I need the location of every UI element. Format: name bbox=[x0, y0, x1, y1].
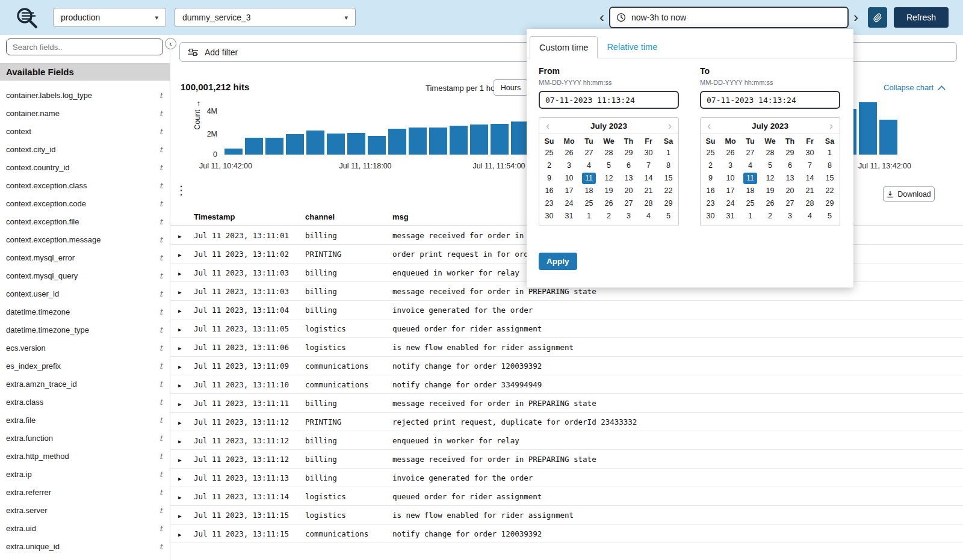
service-select[interactable]: dummy_service_3 ▾ bbox=[175, 8, 356, 27]
time-shift-back-button[interactable]: ‹ bbox=[598, 10, 606, 25]
expand-row-icon[interactable]: ▶ bbox=[170, 438, 181, 445]
calendar-day[interactable]: 11 bbox=[740, 173, 760, 185]
calendar-day[interactable]: 13 bbox=[619, 173, 639, 185]
calendar-day[interactable]: 25 bbox=[740, 198, 760, 211]
calendar-day[interactable]: 29 bbox=[820, 198, 840, 211]
sidebar-field-item[interactable]: extra.ipt bbox=[0, 465, 170, 483]
calendar-day[interactable]: 9 bbox=[701, 173, 720, 185]
histogram-bar[interactable] bbox=[409, 128, 427, 155]
sidebar-field-item[interactable]: context.city_idt bbox=[0, 140, 170, 158]
expand-row-icon[interactable]: ▶ bbox=[170, 308, 181, 314]
histogram-bar[interactable] bbox=[306, 131, 324, 155]
calendar-day[interactable]: 20 bbox=[619, 185, 639, 198]
calendar-day[interactable]: 26 bbox=[720, 147, 740, 160]
expand-row-icon[interactable]: ▶ bbox=[170, 532, 181, 538]
calendar-day[interactable]: 8 bbox=[820, 160, 840, 173]
calendar-day[interactable]: 16 bbox=[539, 185, 559, 198]
environment-select[interactable]: production ▾ bbox=[53, 8, 166, 27]
calendar-day[interactable]: 14 bbox=[639, 173, 658, 185]
expand-row-icon[interactable]: ▶ bbox=[170, 476, 181, 482]
expand-row-icon[interactable]: ▶ bbox=[170, 401, 181, 407]
log-row[interactable]: ▶Jul 11 2023, 13:11:04billinginvoice gen… bbox=[170, 301, 963, 319]
sidebar-field-item[interactable]: ecs.versiont bbox=[0, 339, 170, 357]
calendar-day[interactable]: 5 bbox=[820, 211, 840, 223]
calendar-day[interactable]: 7 bbox=[800, 160, 820, 173]
log-row[interactable]: ▶Jul 11 2023, 13:11:15communicationsnoti… bbox=[170, 525, 963, 543]
sidebar-field-item[interactable]: context.mysql_queryt bbox=[0, 266, 170, 285]
log-row[interactable]: ▶Jul 11 2023, 13:11:11billingmessage rec… bbox=[170, 394, 963, 413]
calendar-day[interactable]: 13 bbox=[780, 173, 800, 185]
collapse-sidebar-button[interactable]: ‹ bbox=[165, 38, 176, 49]
sidebar-field-item[interactable]: datetime.timezonet bbox=[0, 303, 170, 321]
calendar-day[interactable]: 26 bbox=[559, 147, 579, 160]
calendar-day[interactable]: 3 bbox=[619, 211, 639, 223]
sidebar-field-item[interactable]: extra.http_methodt bbox=[0, 447, 170, 465]
tab-custom-time[interactable]: Custom time bbox=[530, 36, 598, 58]
expand-row-icon[interactable]: ▶ bbox=[170, 494, 181, 500]
calendar-day[interactable]: 7 bbox=[639, 160, 658, 173]
calendar-day[interactable]: 17 bbox=[559, 185, 579, 198]
collapse-chart-link[interactable]: Collapse chart bbox=[884, 83, 946, 92]
calendar-prev-month-icon[interactable]: ‹ bbox=[539, 120, 556, 131]
calendar-day[interactable]: 12 bbox=[599, 173, 619, 185]
table-options-kebab-icon[interactable]: ⋮ bbox=[175, 184, 187, 196]
log-row[interactable]: ▶Jul 11 2023, 13:11:09communicationsnoti… bbox=[170, 357, 963, 375]
calendar-day[interactable]: 25 bbox=[701, 147, 720, 160]
calendar-day[interactable]: 26 bbox=[760, 198, 780, 211]
calendar-day[interactable]: 4 bbox=[639, 211, 658, 223]
histogram-bar[interactable] bbox=[388, 129, 406, 155]
sidebar-field-item[interactable]: extra.classt bbox=[0, 393, 170, 411]
calendar-day[interactable]: 23 bbox=[701, 198, 720, 211]
log-row[interactable]: ▶Jul 11 2023, 13:11:12PRINTINGrejected p… bbox=[170, 413, 963, 431]
expand-row-icon[interactable]: ▶ bbox=[170, 271, 181, 277]
calendar-day[interactable]: 21 bbox=[639, 185, 658, 198]
sidebar-field-item[interactable]: extra.unique_idt bbox=[0, 537, 170, 555]
calendar-day[interactable]: 11 bbox=[579, 173, 599, 185]
calendar-day[interactable]: 6 bbox=[780, 160, 800, 173]
calendar-day[interactable]: 28 bbox=[800, 198, 820, 211]
calendar-day[interactable]: 31 bbox=[559, 211, 579, 223]
calendar-day[interactable]: 10 bbox=[720, 173, 740, 185]
calendar-day[interactable]: 14 bbox=[800, 173, 820, 185]
histogram-bar[interactable] bbox=[286, 134, 304, 155]
sidebar-field-item[interactable]: extra.uidt bbox=[0, 519, 170, 537]
calendar-day[interactable]: 5 bbox=[760, 160, 780, 173]
interval-select[interactable]: Hours bbox=[494, 79, 528, 96]
calendar-day[interactable]: 21 bbox=[800, 185, 820, 198]
log-row[interactable]: ▶Jul 11 2023, 13:11:06logisticsis new fl… bbox=[170, 338, 963, 357]
calendar-day[interactable]: 24 bbox=[559, 198, 579, 211]
calendar-day[interactable]: 4 bbox=[579, 160, 599, 173]
expand-row-icon[interactable]: ▶ bbox=[170, 327, 181, 333]
calendar-day[interactable]: 1 bbox=[820, 147, 840, 160]
from-datetime-input[interactable] bbox=[539, 91, 679, 109]
sidebar-field-item[interactable]: container.labels.log_typet bbox=[0, 86, 170, 104]
calendar-day[interactable]: 5 bbox=[658, 211, 678, 223]
calendar-day[interactable]: 1 bbox=[740, 211, 760, 223]
sidebar-field-item[interactable]: context.mysql_errort bbox=[0, 248, 170, 266]
calendar-day[interactable]: 8 bbox=[658, 160, 678, 173]
sidebar-field-item[interactable]: context.user_idt bbox=[0, 285, 170, 303]
calendar-day[interactable]: 23 bbox=[539, 198, 559, 211]
calendar-day[interactable]: 3 bbox=[780, 211, 800, 223]
calendar-day[interactable]: 12 bbox=[760, 173, 780, 185]
apply-button[interactable]: Apply bbox=[539, 253, 577, 270]
calendar-day[interactable]: 25 bbox=[539, 147, 559, 160]
refresh-button[interactable]: Refresh bbox=[894, 7, 949, 28]
histogram-bar[interactable] bbox=[879, 120, 897, 155]
sidebar-field-item[interactable]: datetime.timezone_typet bbox=[0, 321, 170, 339]
calendar-day[interactable]: 31 bbox=[720, 211, 740, 223]
calendar-day[interactable]: 15 bbox=[658, 173, 678, 185]
calendar-day[interactable]: 30 bbox=[701, 211, 720, 223]
log-row[interactable]: ▶Jul 11 2023, 13:11:12billingenqueued in… bbox=[170, 431, 963, 450]
calendar-day[interactable]: 16 bbox=[701, 185, 720, 198]
log-row[interactable]: ▶Jul 11 2023, 13:11:10communicationsnoti… bbox=[170, 375, 963, 394]
calendar-day[interactable]: 10 bbox=[559, 173, 579, 185]
calendar-day[interactable]: 29 bbox=[619, 147, 639, 160]
histogram-bar[interactable] bbox=[859, 102, 877, 155]
sidebar-field-item[interactable]: container.namet bbox=[0, 104, 170, 122]
calendar-day[interactable]: 4 bbox=[740, 160, 760, 173]
time-range-input[interactable]: now-3h to now bbox=[609, 7, 849, 28]
histogram-bar[interactable] bbox=[491, 124, 509, 155]
log-row[interactable]: ▶Jul 11 2023, 13:11:13billinginvoice gen… bbox=[170, 469, 963, 487]
calendar-day[interactable]: 27 bbox=[780, 198, 800, 211]
